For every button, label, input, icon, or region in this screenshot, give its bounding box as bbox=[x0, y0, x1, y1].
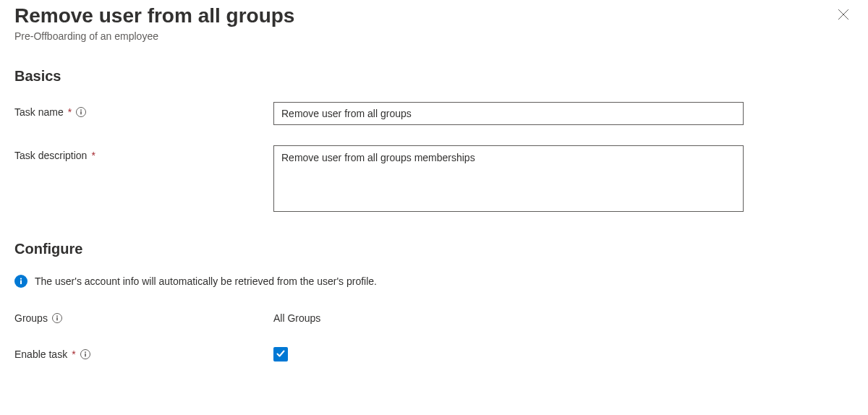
enable-task-checkbox[interactable] bbox=[273, 347, 288, 361]
task-description-label: Task description bbox=[14, 150, 87, 161]
info-banner-text: The user's account info will automatical… bbox=[35, 275, 377, 287]
required-indicator: * bbox=[68, 106, 72, 118]
close-icon bbox=[838, 9, 849, 22]
task-name-input[interactable] bbox=[273, 102, 744, 125]
required-indicator: * bbox=[91, 150, 95, 161]
close-button[interactable] bbox=[833, 4, 854, 27]
svg-point-6 bbox=[56, 316, 58, 317]
configure-heading: Configure bbox=[14, 241, 854, 257]
task-name-label: Task name bbox=[14, 106, 64, 118]
enable-task-label: Enable task bbox=[14, 348, 67, 360]
svg-point-8 bbox=[85, 352, 86, 354]
info-icon[interactable] bbox=[76, 107, 86, 117]
page-title: Remove user from all groups bbox=[14, 3, 294, 29]
required-indicator: * bbox=[72, 348, 75, 360]
page-subtitle: Pre-Offboarding of an employee bbox=[14, 30, 294, 42]
svg-rect-9 bbox=[85, 354, 86, 357]
svg-rect-7 bbox=[56, 317, 58, 321]
svg-rect-3 bbox=[80, 111, 82, 115]
basics-heading: Basics bbox=[14, 68, 854, 85]
info-icon[interactable] bbox=[80, 349, 90, 359]
svg-point-2 bbox=[80, 110, 82, 111]
svg-point-4 bbox=[20, 278, 22, 280]
svg-rect-5 bbox=[20, 281, 22, 284]
info-banner-icon bbox=[14, 275, 27, 288]
info-icon[interactable] bbox=[52, 313, 62, 323]
checkmark-icon bbox=[276, 348, 286, 361]
groups-label: Groups bbox=[14, 312, 48, 324]
task-description-input[interactable]: Remove user from all groups memberships bbox=[273, 145, 744, 212]
groups-value: All Groups bbox=[273, 308, 744, 324]
